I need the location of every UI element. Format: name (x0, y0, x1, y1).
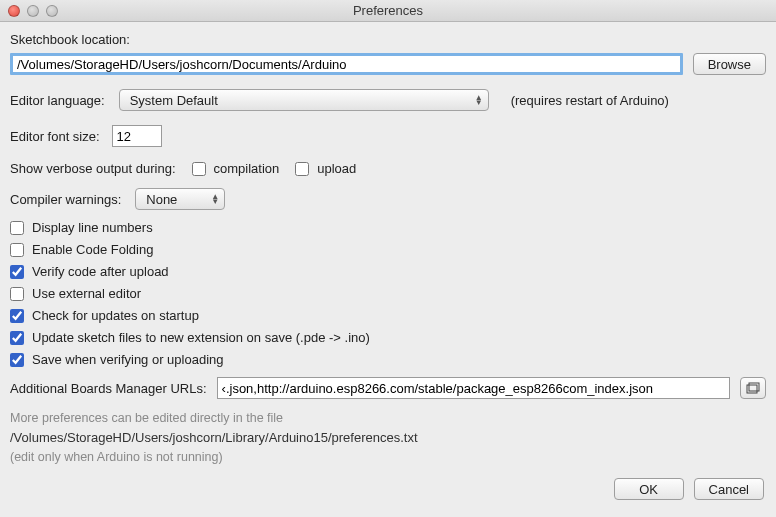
option-row[interactable]: Display line numbers (10, 220, 766, 235)
titlebar: Preferences (0, 0, 776, 22)
option-label: Update sketch files to new extension on … (32, 330, 370, 345)
compiler-warnings-select[interactable]: None ▲▼ (135, 188, 225, 210)
option-checkbox[interactable] (10, 309, 24, 323)
close-icon[interactable] (8, 5, 20, 17)
option-row[interactable]: Enable Code Folding (10, 242, 766, 257)
compiler-warnings-value: None (146, 192, 177, 207)
option-row[interactable]: Check for updates on startup (10, 308, 766, 323)
window-title: Preferences (0, 3, 776, 18)
more-prefs-line1: More preferences can be edited directly … (10, 411, 766, 425)
window-stack-icon (746, 382, 760, 394)
verbose-compilation-label: compilation (214, 161, 280, 176)
option-checkbox[interactable] (10, 331, 24, 345)
boards-url-label: Additional Boards Manager URLs: (10, 381, 207, 396)
option-row[interactable]: Use external editor (10, 286, 766, 301)
cancel-button[interactable]: Cancel (694, 478, 764, 500)
minimize-icon (27, 5, 39, 17)
editor-language-value: System Default (130, 93, 218, 108)
option-checkbox[interactable] (10, 221, 24, 235)
option-row[interactable]: Update sketch files to new extension on … (10, 330, 766, 345)
option-row[interactable]: Save when verifying or uploading (10, 352, 766, 367)
option-label: Check for updates on startup (32, 308, 199, 323)
verbose-compilation-checkbox[interactable] (192, 162, 206, 176)
option-checkbox[interactable] (10, 243, 24, 257)
language-note: (requires restart of Arduino) (511, 93, 669, 108)
editor-language-label: Editor language: (10, 93, 105, 108)
sketchbook-label: Sketchbook location: (10, 32, 766, 47)
editor-language-select[interactable]: System Default ▲▼ (119, 89, 489, 111)
sketchbook-input[interactable] (10, 53, 683, 75)
chevron-updown-icon: ▲▼ (475, 95, 483, 105)
zoom-icon (46, 5, 58, 17)
option-checkbox[interactable] (10, 287, 24, 301)
more-prefs-path: /Volumes/StorageHD/Users/joshcorn/Librar… (10, 430, 766, 445)
boards-url-input[interactable] (217, 377, 730, 399)
verbose-upload-checkbox[interactable] (295, 162, 309, 176)
option-label: Display line numbers (32, 220, 153, 235)
option-checkbox[interactable] (10, 353, 24, 367)
font-size-input[interactable] (112, 125, 162, 147)
ok-button[interactable]: OK (614, 478, 684, 500)
verbose-upload-label: upload (317, 161, 356, 176)
font-size-label: Editor font size: (10, 129, 100, 144)
option-label: Verify code after upload (32, 264, 169, 279)
chevron-updown-icon: ▲▼ (211, 194, 219, 204)
option-label: Use external editor (32, 286, 141, 301)
option-checkbox[interactable] (10, 265, 24, 279)
option-label: Enable Code Folding (32, 242, 153, 257)
compiler-warnings-label: Compiler warnings: (10, 192, 121, 207)
option-row[interactable]: Verify code after upload (10, 264, 766, 279)
option-label: Save when verifying or uploading (32, 352, 224, 367)
verbose-label: Show verbose output during: (10, 161, 176, 176)
more-prefs-line3: (edit only when Arduino is not running) (10, 450, 766, 464)
boards-url-expand-button[interactable] (740, 377, 766, 399)
browse-button[interactable]: Browse (693, 53, 766, 75)
